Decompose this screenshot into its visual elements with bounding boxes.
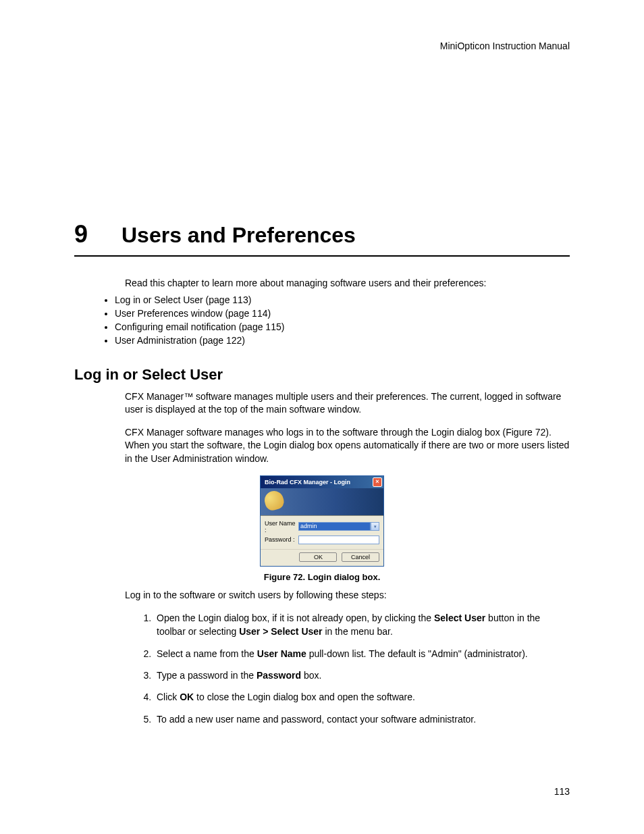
intro-text: Read this chapter to learn more about ma…	[125, 277, 570, 290]
password-label: Password :	[265, 536, 298, 543]
username-input[interactable]: admin	[298, 522, 371, 531]
chapter-heading: 9 Users and Preferences	[74, 220, 570, 257]
figure-caption: Figure 72. Login dialog box.	[74, 572, 570, 582]
list-item: Log in or Select User (page 113)	[115, 294, 570, 305]
list-item: Type a password in the Password box.	[154, 669, 570, 682]
running-header: MiniOpticon Instruction Manual	[74, 41, 570, 51]
intro-bullets: Log in or Select User (page 113) User Pr…	[74, 294, 570, 346]
chapter-number: 9	[74, 220, 122, 249]
section-heading: Log in or Select User	[74, 366, 570, 384]
password-input[interactable]	[298, 536, 379, 544]
list-item: Configuring email notification (page 115…	[115, 321, 570, 332]
list-item: User Administration (page 122)	[115, 335, 570, 346]
list-item: User Preferences window (page 114)	[115, 308, 570, 319]
login-dialog-window: Bio-Rad CFX Manager - Login × User Name …	[260, 475, 384, 567]
paragraph: Log in to the software or switch users b…	[125, 589, 570, 602]
steps-list: Open the Login dialog box, if it is not …	[74, 611, 570, 726]
keys-icon	[263, 488, 286, 511]
paragraph: CFX Manager™ software manages multiple u…	[125, 390, 570, 417]
list-item: Select a name from the User Name pull-do…	[154, 647, 570, 660]
username-label: User Name :	[265, 520, 298, 533]
paragraph: CFX Manager software manages who logs in…	[125, 426, 570, 466]
list-item: To add a new user name and password, con…	[154, 712, 570, 726]
login-dialog-title: Bio-Rad CFX Manager - Login	[265, 479, 350, 486]
list-item: Click OK to close the Login dialog box a…	[154, 690, 570, 704]
ok-button[interactable]: OK	[299, 552, 337, 562]
list-item: Open the Login dialog box, if it is not …	[154, 611, 570, 639]
cancel-button[interactable]: Cancel	[342, 552, 379, 562]
page-number: 113	[554, 786, 570, 797]
figure-login-dialog: Bio-Rad CFX Manager - Login × User Name …	[74, 475, 570, 567]
close-icon[interactable]: ×	[373, 477, 382, 487]
chapter-title: Users and Preferences	[122, 223, 356, 248]
login-banner	[261, 488, 383, 516]
login-titlebar: Bio-Rad CFX Manager - Login ×	[261, 476, 383, 488]
chevron-down-icon[interactable]: ▾	[371, 522, 379, 531]
